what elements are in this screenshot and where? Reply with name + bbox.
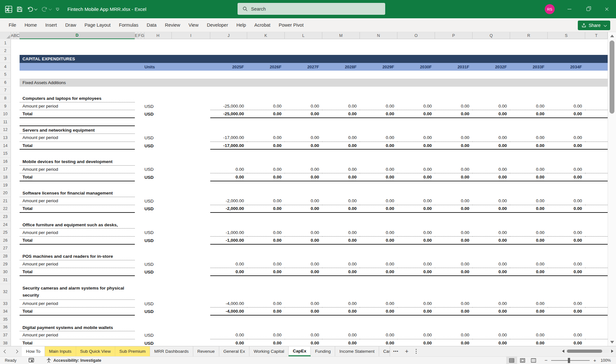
cell-total-value-year-3[interactable]: 0.00 bbox=[285, 173, 322, 181]
cell-total-trailing[interactable] bbox=[585, 237, 608, 245]
cell-total-value-year-10[interactable]: 0.00 bbox=[548, 142, 585, 150]
row-header-17[interactable]: 17 bbox=[0, 166, 11, 174]
ribbon-tab-developer[interactable]: Developer bbox=[203, 18, 232, 32]
fixed-assets-additions-cell[interactable]: Fixed Assets Additions bbox=[20, 79, 608, 87]
row-header-8[interactable]: 8 bbox=[0, 94, 11, 102]
column-header-J[interactable]: J bbox=[210, 32, 247, 39]
cell-total-value-year-3[interactable]: 0.00 bbox=[285, 268, 322, 276]
cell-value-year-4[interactable]: 0.00 bbox=[322, 166, 360, 174]
cell-amount-label[interactable]: Amount per period bbox=[20, 102, 135, 110]
cell-total-value-year-6[interactable]: 0.00 bbox=[397, 142, 435, 150]
cell-total-value-year-4[interactable]: 0.00 bbox=[322, 308, 360, 316]
cell-total-value-year-8[interactable]: 0.00 bbox=[473, 173, 510, 181]
cell-unit-usd[interactable]: USD bbox=[144, 229, 172, 237]
search-input[interactable]: Search bbox=[238, 3, 385, 15]
cell-value-year-9[interactable]: 0.00 bbox=[510, 134, 548, 142]
share-button[interactable]: Share bbox=[578, 21, 610, 30]
row-header-13[interactable]: 13 bbox=[0, 134, 11, 142]
column-header-D[interactable]: D bbox=[20, 32, 135, 39]
cell-total-value-year-9[interactable]: 0.00 bbox=[510, 205, 548, 213]
cell-value-year-3[interactable]: 0.00 bbox=[285, 197, 322, 205]
cell-total-value-year-9[interactable]: 0.00 bbox=[510, 173, 548, 181]
ribbon-tab-page-layout[interactable]: Page Layout bbox=[80, 18, 115, 32]
cell-total-value-year-7[interactable]: 0.00 bbox=[435, 142, 473, 150]
cell-value-year-7[interactable]: 0.00 bbox=[435, 134, 473, 142]
cell-total-value-year-9[interactable]: 0.00 bbox=[510, 339, 548, 346]
ribbon-tab-help[interactable]: Help bbox=[232, 18, 250, 32]
cell-value-year-1[interactable]: -4,000.00 bbox=[210, 300, 247, 308]
cell-value-year-7[interactable]: 0.00 bbox=[435, 197, 473, 205]
scroll-left-arrow-icon[interactable] bbox=[562, 350, 564, 353]
cell-total-trailing[interactable] bbox=[585, 205, 608, 213]
cell-total-value-year-7[interactable]: 0.00 bbox=[435, 237, 473, 245]
cell-value-year-1[interactable]: -25,000.00 bbox=[210, 102, 247, 110]
sheet-tab-general-ex[interactable]: General Ex bbox=[219, 346, 250, 356]
cell-year-2031F[interactable]: 2031F bbox=[435, 63, 473, 71]
cell-value-year-8[interactable]: 0.00 bbox=[473, 197, 510, 205]
cell-total-value-year-1[interactable]: -4,000.00 bbox=[210, 308, 247, 316]
cell-value-year-5[interactable]: 0.00 bbox=[360, 229, 397, 237]
cell-value-trailing[interactable] bbox=[585, 229, 608, 237]
cell-total-value-year-10[interactable]: 0.00 bbox=[548, 308, 585, 316]
cell-total-value-year-8[interactable]: 0.00 bbox=[473, 308, 510, 316]
cell-total-value-year-8[interactable]: 0.00 bbox=[473, 205, 510, 213]
cell-value-year-2[interactable]: 0.00 bbox=[247, 134, 285, 142]
cell-value-year-10[interactable]: 0.00 bbox=[548, 331, 585, 339]
row-header-27[interactable]: 27 bbox=[0, 245, 11, 253]
cell-total-value-year-6[interactable]: 0.00 bbox=[397, 205, 435, 213]
zoom-slider-handle[interactable] bbox=[568, 358, 570, 363]
cell-value-year-2[interactable]: 0.00 bbox=[247, 331, 285, 339]
column-header-M[interactable]: M bbox=[322, 32, 360, 39]
redo-button[interactable] bbox=[41, 6, 51, 12]
cell-amount-label[interactable]: Amount per period bbox=[20, 134, 135, 142]
cell-total-value-year-5[interactable]: 0.00 bbox=[360, 205, 397, 213]
row-header-9[interactable]: 9 bbox=[0, 102, 11, 110]
cell-total-value-year-1[interactable]: -1,000.00 bbox=[210, 237, 247, 245]
row-header-26[interactable]: 26 bbox=[0, 237, 11, 245]
column-header-Q[interactable]: Q bbox=[473, 32, 510, 39]
cell-total-trailing[interactable] bbox=[585, 339, 608, 346]
cell-total-value-year-2[interactable]: 0.00 bbox=[247, 205, 285, 213]
cell-unit-usd[interactable]: USD bbox=[144, 205, 172, 213]
ribbon-tab-data[interactable]: Data bbox=[143, 18, 161, 32]
vertical-scrollbar-thumb[interactable] bbox=[610, 40, 614, 114]
cell-year-2034F[interactable]: 2034F bbox=[548, 63, 585, 71]
cell-unit-usd[interactable]: USD bbox=[144, 300, 172, 308]
cell-total-value-year-6[interactable]: 0.00 bbox=[397, 339, 435, 346]
cell-value-trailing[interactable] bbox=[585, 331, 608, 339]
cell-total-value-year-3[interactable]: 0.00 bbox=[285, 308, 322, 316]
cell-section-title[interactable]: Software licenses for financial manageme… bbox=[20, 189, 135, 197]
cell-unit-usd[interactable]: USD bbox=[144, 102, 172, 110]
sheet-nav-left-button[interactable] bbox=[0, 346, 11, 356]
horizontal-scrollbar-thumb[interactable] bbox=[567, 350, 602, 353]
cell-value-year-10[interactable]: 0.00 bbox=[548, 300, 585, 308]
cell-total-label[interactable]: Total bbox=[20, 142, 135, 150]
cell-total-trailing[interactable] bbox=[585, 268, 608, 276]
cell-section-title[interactable]: Security cameras and alarm systems for p… bbox=[20, 284, 135, 300]
cell-value-year-7[interactable]: 0.00 bbox=[435, 300, 473, 308]
column-header-G[interactable]: G bbox=[141, 32, 144, 39]
cell-value-year-10[interactable]: 0.00 bbox=[548, 197, 585, 205]
cell-value-year-6[interactable]: 0.00 bbox=[397, 229, 435, 237]
cell-value-year-4[interactable]: 0.00 bbox=[322, 134, 360, 142]
cell-value-year-2[interactable]: 0.00 bbox=[247, 260, 285, 268]
cell-value-year-8[interactable]: 0.00 bbox=[473, 229, 510, 237]
cell-value-year-4[interactable]: 0.00 bbox=[322, 331, 360, 339]
horizontal-scrollbar-track[interactable] bbox=[566, 349, 609, 353]
cell-total-value-year-2[interactable]: 0.00 bbox=[247, 173, 285, 181]
cell-value-year-5[interactable]: 0.00 bbox=[360, 134, 397, 142]
cell-total-value-year-9[interactable]: 0.00 bbox=[510, 268, 548, 276]
cell-total-value-year-4[interactable]: 0.00 bbox=[322, 173, 360, 181]
cell-value-year-8[interactable]: 0.00 bbox=[473, 260, 510, 268]
cell-total-value-year-7[interactable]: 0.00 bbox=[435, 308, 473, 316]
cell-year-2032F[interactable]: 2032F bbox=[473, 63, 510, 71]
cell-unit-usd[interactable]: USD bbox=[144, 134, 172, 142]
row-header-10[interactable]: 10 bbox=[0, 110, 11, 118]
sheet-tab-mrr-dashboards[interactable]: MRR Dashboards bbox=[150, 346, 193, 356]
column-header-L[interactable]: L bbox=[285, 32, 322, 39]
cell-total-label[interactable]: Total bbox=[20, 205, 135, 213]
cell-value-year-5[interactable]: 0.00 bbox=[360, 102, 397, 110]
ribbon-tab-home[interactable]: Home bbox=[20, 18, 41, 32]
cell-section-title[interactable]: Mobile devices for testing and developme… bbox=[20, 158, 135, 166]
cell-value-year-9[interactable]: 0.00 bbox=[510, 229, 548, 237]
